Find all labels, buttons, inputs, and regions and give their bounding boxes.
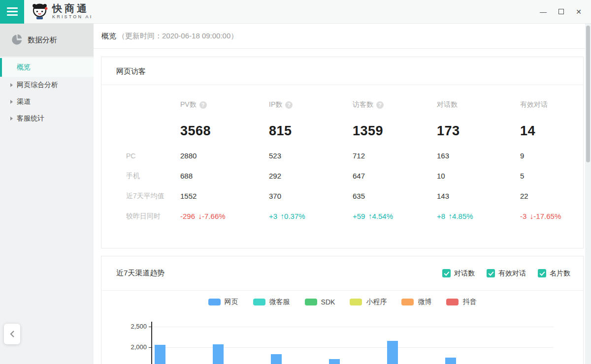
checkbox-checked-icon [538,269,546,277]
scrollbar-track[interactable] [585,24,591,364]
cell-value: 9 [520,152,583,160]
checkbox-checked-icon [487,269,495,277]
bar [155,345,165,364]
checkbox-cards[interactable]: 名片数 [538,269,570,278]
legend-swatch [305,299,317,305]
cell-value: 292 [269,172,353,180]
sidebar-section-header: 数据分析 [0,24,94,57]
column-header: 有效对话 [520,100,548,109]
cell-value: 22 [520,192,583,200]
mobile-row: 手机 688 292 647 10 5 [126,166,583,186]
hamburger-menu-icon[interactable] [0,0,24,24]
close-button[interactable]: ✕ [574,7,583,16]
cell-value: 635 [353,192,437,200]
y-axis-line [151,322,152,364]
legend-swatch [208,299,221,305]
bar [271,354,282,364]
row-label: 手机 [126,172,180,181]
minimize-button[interactable]: — [539,7,548,16]
sidebar-item-channels[interactable]: 渠道 [0,93,94,110]
window-controls: — ✕ [539,7,591,16]
arrow-down-icon: ↓ [198,212,202,221]
column-header: IP数 [269,100,282,109]
axis-tick [149,347,151,348]
metric-total: 815 [269,123,353,139]
row-label: PC [126,152,180,160]
scrollbar-thumb[interactable] [586,26,590,162]
legend-item[interactable]: 网页 [208,298,238,306]
metric-total: 1359 [353,123,437,139]
legend-swatch [350,299,362,305]
arrow-up-icon: ↑ [448,212,452,221]
sidebar-section-label: 数据分析 [28,35,57,45]
column-header: 对话数 [437,100,458,109]
sidebar-item-agent-stats[interactable]: 客服统计 [0,110,94,127]
help-icon[interactable]: ? [199,101,207,109]
update-time: （更新时间：2020-06-18 09:00:00） [118,31,238,41]
legend-label: SDK [321,298,335,306]
chevron-right-icon [10,100,13,104]
cell-value: 523 [269,152,353,160]
main-content: 概览 （更新时间：2020-06-18 09:00:00） 网页访客 PV数? … [94,24,591,364]
change-row: 较昨日同时 -296↓-7.66% +3↑0.37% +59↑4.54% +8↑… [126,206,583,226]
sidebar-item-label: 网页综合分析 [17,81,58,90]
bar [329,359,340,364]
y-axis-tick-label: 2,500 [116,323,147,330]
trend-card-header: 近7天渠道趋势 对话数 有效对话 名片数 [101,256,583,291]
sidebar-item-overview[interactable]: 概览 [0,58,94,77]
cell-value: 688 [180,172,269,180]
axis-tick [149,327,151,327]
help-icon[interactable]: ? [376,101,384,109]
checkbox-valid-dialogs[interactable]: 有效对话 [487,269,526,278]
app-logo: 快商通 KRISTON AI [31,1,93,22]
row-label: 较昨日同时 [126,212,180,221]
legend-label: 抖音 [462,298,476,306]
cell-value: 1552 [180,192,269,200]
arrow-up-icon: ↑ [368,212,372,221]
maximize-icon [558,9,564,14]
top-bar: 快商通 KRISTON AI — ✕ [0,0,591,24]
arrow-down-icon: ↓ [529,212,533,221]
help-icon[interactable]: ? [285,101,293,109]
change-cell: +59↑4.54% [353,212,437,221]
card-title: 网页访客 [101,57,583,85]
checkbox-dialogs[interactable]: 对话数 [442,269,475,278]
column-header: 访客数 [353,100,373,109]
legend-swatch [446,299,459,305]
legend-item[interactable]: 微客服 [253,298,290,306]
legend-item[interactable]: 微博 [401,298,431,306]
sidebar-item-web-analysis[interactable]: 网页综合分析 [0,77,94,93]
bar [387,341,398,364]
chevron-right-icon [10,117,13,121]
chevron-left-icon [9,330,15,338]
pc-row: PC 2880 523 712 163 9 [126,146,583,166]
cell-value: 143 [437,192,520,200]
sidebar-menu: 概览 网页综合分析 渠道 客服统计 [0,57,94,127]
metric-total: 14 [520,123,583,139]
checkbox-label: 有效对话 [498,269,526,278]
sidebar-item-label: 渠道 [17,97,31,106]
cell-value: 647 [353,172,437,180]
arrow-up-icon: ↑ [280,212,284,221]
legend-swatch [401,299,414,305]
change-cell: -3↓-17.65% [520,212,583,221]
avg7-row: 近7天平均值 1552 370 635 143 22 [126,186,583,206]
collapse-sidebar-button[interactable] [4,324,20,344]
checkbox-label: 对话数 [454,269,475,278]
legend-label: 微客服 [269,298,290,306]
legend-item[interactable]: 小程序 [350,298,387,306]
table-header-row: PV数? IP数? 访客数? 对话数 有效对话 [126,93,583,116]
legend-item[interactable]: 抖音 [446,298,476,306]
row-label: 近7天平均值 [126,192,180,201]
checkbox-label: 名片数 [550,269,570,278]
metric-checkbox-group: 对话数 有效对话 名片数 [442,269,570,278]
legend-item[interactable]: SDK [305,298,335,306]
totals-row: 3568 815 1359 173 14 [126,116,583,146]
page-title: 概览 [101,31,116,41]
maximize-button[interactable] [557,7,565,16]
brand-name-en: KRISTON AI [52,15,93,19]
breadcrumb: 概览 （更新时间：2020-06-18 09:00:00） [94,24,591,49]
sidebar: 数据分析 概览 网页综合分析 渠道 客服统计 [0,24,94,364]
metric-total: 173 [437,123,520,139]
legend-label: 网页 [225,298,238,306]
